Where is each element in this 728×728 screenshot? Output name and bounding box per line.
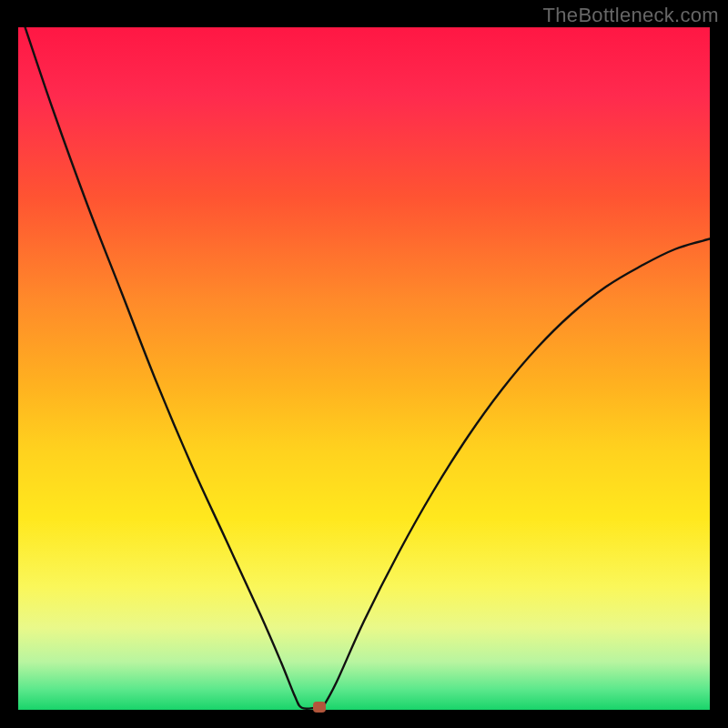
curve-right-branch bbox=[322, 239, 710, 708]
chart-root: TheBottleneck.com bbox=[0, 0, 728, 728]
chart-curve-layer bbox=[18, 27, 710, 710]
watermark-text: TheBottleneck.com bbox=[543, 4, 719, 27]
curve-left-branch bbox=[25, 27, 316, 709]
plot-area bbox=[18, 27, 710, 710]
minimum-marker bbox=[313, 702, 326, 713]
